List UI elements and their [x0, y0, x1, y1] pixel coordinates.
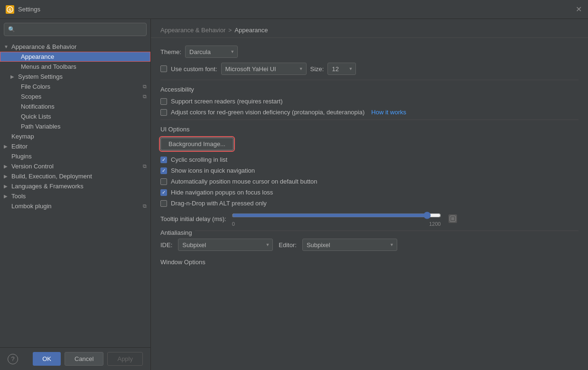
sidebar-item-label: Path Variables [21, 123, 61, 130]
slider-labels: 0 1200 [232, 221, 441, 227]
show-icons-row: Show icons in quick navigation [160, 167, 579, 174]
sidebar-item-label: Notifications [21, 103, 55, 110]
hide-navigation-row: Hide navigation popups on focus loss [160, 189, 579, 196]
sidebar-item-label: Appearance & Behavior [11, 43, 76, 50]
font-select-wrapper[interactable]: Microsoft YaHei UI [221, 63, 307, 75]
copy-icon: ⧉ [143, 203, 147, 209]
show-icons-checkbox[interactable] [160, 167, 167, 174]
editor-antialiasing-select[interactable]: Subpixel Greyscale None [302, 239, 397, 251]
ide-antialiasing-select[interactable]: Subpixel Greyscale None [178, 239, 273, 251]
ui-options-title: UI Options [160, 126, 579, 133]
tooltip-row: Tooltip initial delay (ms): [160, 211, 579, 227]
sidebar-item-label: Build, Execution, Deployment [11, 173, 92, 180]
ide-select-wrapper[interactable]: Subpixel Greyscale None [178, 239, 273, 251]
sidebar-tree: ▼ Appearance & Behavior Appearance Menus… [0, 40, 150, 347]
sidebar-item-menus-toolbars[interactable]: Menus and Toolbars [0, 62, 150, 72]
ide-label: IDE: [160, 241, 172, 249]
sidebar-item-scopes[interactable]: Scopes ⧉ [0, 92, 150, 102]
help-button[interactable]: ? [8, 354, 18, 364]
sidebar-item-appearance[interactable]: Appearance [0, 52, 150, 62]
sidebar-item-appearance-behavior[interactable]: ▼ Appearance & Behavior [0, 42, 150, 52]
bg-image-button[interactable]: Background Image... [160, 138, 233, 150]
window-title: Settings [18, 6, 575, 13]
sidebar-item-quick-lists[interactable]: Quick Lists [0, 111, 150, 121]
sidebar-item-label: System Settings [18, 73, 63, 80]
cyclic-scrolling-checkbox[interactable] [160, 157, 167, 163]
sidebar-item-label: Keymap [11, 133, 34, 140]
sidebar-item-label: Menus and Toolbars [21, 63, 76, 70]
size-select[interactable]: 10 11 12 13 14 [327, 63, 356, 75]
expand-arrow: ▶ [10, 74, 18, 79]
font-select[interactable]: Microsoft YaHei UI [221, 63, 307, 75]
ok-button[interactable]: OK [33, 352, 61, 366]
close-button[interactable]: ✕ [575, 6, 582, 13]
sidebar-item-path-variables[interactable]: Path Variables [0, 121, 150, 131]
custom-font-checkbox[interactable] [160, 65, 167, 72]
editor-label: Editor: [279, 241, 297, 249]
theme-label: Theme: [160, 48, 181, 56]
editor-select-wrapper[interactable]: Subpixel Greyscale None [302, 239, 397, 251]
sidebar-item-version-control[interactable]: ▶ Version Control ⧉ [0, 161, 150, 171]
theme-select-wrapper[interactable]: Darcula IntelliJ Windows High contrast [185, 46, 238, 58]
theme-select[interactable]: Darcula IntelliJ Windows High contrast [185, 46, 238, 58]
sidebar-item-label: Version Control [11, 163, 54, 170]
content-scroll: Theme: Darcula IntelliJ Windows High con… [151, 38, 588, 370]
hide-navigation-checkbox[interactable] [160, 189, 167, 196]
cancel-button[interactable]: Cancel [65, 352, 103, 366]
antialiasing-section: Antialiasing IDE: Subpixel Greyscale Non… [160, 239, 579, 251]
window-options-label: Window Options [160, 259, 579, 266]
bottom-bar: ? OK Cancel Apply [0, 347, 150, 370]
app-icon: S [6, 5, 14, 14]
sidebar-item-system-settings[interactable]: ▶ System Settings [0, 72, 150, 82]
expand-arrow: ▼ [4, 44, 11, 49]
sidebar-item-lombok-plugin[interactable]: Lombok plugin ⧉ [0, 201, 150, 211]
section-divider-2 [160, 120, 579, 120]
sidebar-item-file-colors[interactable]: File Colors ⧉ [0, 82, 150, 92]
bg-image-row: Background Image... [160, 138, 579, 150]
hide-navigation-label: Hide navigation popups on focus loss [171, 189, 273, 196]
sidebar-item-languages-frameworks[interactable]: ▶ Languages & Frameworks [0, 181, 150, 191]
screen-readers-row: Support screen readers (requires restart… [160, 98, 579, 105]
sidebar-item-tools[interactable]: ▶ Tools [0, 191, 150, 201]
auto-position-checkbox[interactable] [160, 178, 167, 185]
expand-arrow: ▶ [4, 194, 11, 199]
adjust-colors-row: Adjust colors for red-green vision defic… [160, 109, 579, 116]
apply-button[interactable]: Apply [107, 352, 143, 366]
action-buttons: OK Cancel Apply [33, 352, 143, 366]
copy-icon: ⧉ [143, 83, 147, 90]
sidebar-item-label: Editor [11, 143, 28, 150]
how-it-works-link[interactable]: How it works [371, 109, 406, 116]
cyclic-scrolling-row: Cyclic scrolling in list [160, 156, 579, 163]
copy-icon: ⧉ [143, 93, 147, 100]
search-box[interactable]: 🔍 [4, 23, 147, 36]
sidebar-item-build-execution[interactable]: ▶ Build, Execution, Deployment [0, 171, 150, 181]
section-divider [160, 80, 579, 80]
breadcrumb-current: Appearance [234, 27, 268, 34]
sidebar-item-notifications[interactable]: Notifications [0, 102, 150, 111]
adjust-colors-checkbox[interactable] [160, 109, 167, 116]
search-input[interactable] [18, 26, 142, 33]
breadcrumb-arrow: > [228, 27, 232, 34]
expand-arrow: ▶ [4, 144, 11, 149]
drag-drop-row: Drag-n-Drop with ALT pressed only [160, 200, 579, 207]
search-icon: 🔍 [8, 26, 15, 33]
size-label: Size: [310, 65, 324, 73]
expand-arrow: ▶ [4, 184, 11, 189]
accessibility-title: Accessibility [160, 86, 579, 93]
tooltip-slider[interactable] [232, 211, 441, 220]
drag-drop-label: Drag-n-Drop with ALT pressed only [171, 200, 267, 207]
content-area: Appearance & Behavior > Appearance Theme… [151, 19, 588, 370]
screen-readers-checkbox[interactable] [160, 98, 167, 105]
antialiasing-row: IDE: Subpixel Greyscale None Editor: Sub… [160, 239, 579, 251]
drag-drop-checkbox[interactable] [160, 200, 167, 207]
slider-max: 1200 [429, 221, 440, 227]
sidebar-item-editor[interactable]: ▶ Editor [0, 141, 150, 151]
sidebar-item-keymap[interactable]: Keymap [0, 131, 150, 141]
sidebar-item-label: Scopes [21, 93, 41, 100]
sidebar-item-label: Tools [11, 193, 26, 200]
sidebar-item-label: Plugins [11, 153, 32, 160]
size-select-wrapper[interactable]: 10 11 12 13 14 [327, 63, 356, 75]
custom-font-row: Use custom font: Microsoft YaHei UI Size… [160, 63, 579, 75]
sidebar-item-plugins[interactable]: Plugins [0, 151, 150, 161]
tooltip-label: Tooltip initial delay (ms): [160, 215, 226, 222]
